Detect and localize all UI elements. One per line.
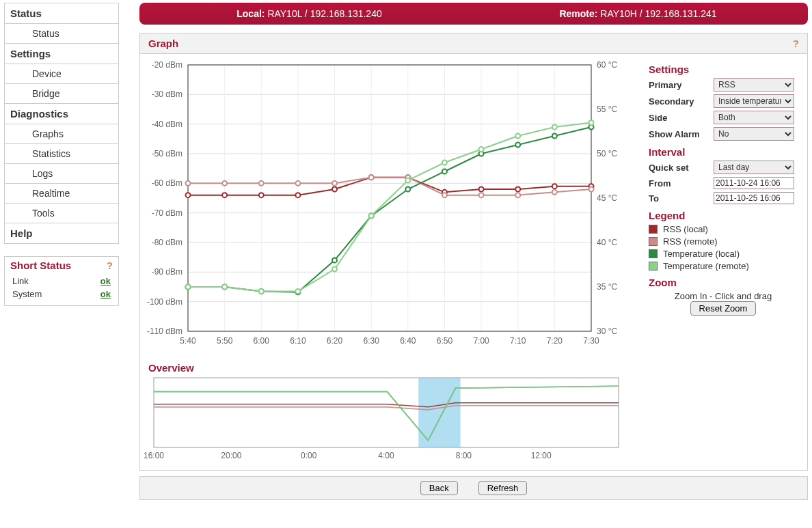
svg-point-80 bbox=[332, 258, 337, 263]
status-row-link: Link ok bbox=[12, 275, 111, 287]
svg-text:5:50: 5:50 bbox=[217, 336, 233, 346]
legend-swatch bbox=[649, 262, 658, 270]
svg-point-55 bbox=[295, 193, 300, 197]
to-input[interactable] bbox=[714, 192, 794, 204]
legend-swatch bbox=[649, 237, 658, 246]
refresh-button[interactable]: Refresh bbox=[478, 481, 528, 495]
svg-text:-70 dBm: -70 dBm bbox=[152, 208, 182, 218]
svg-rect-100 bbox=[154, 378, 619, 447]
main-chart[interactable]: -20 dBm-30 dBm-40 dBm-50 dBm-60 dBm-70 d… bbox=[140, 58, 632, 352]
svg-text:35 °C: 35 °C bbox=[597, 282, 617, 292]
menu-item-statistics[interactable]: Statistics bbox=[5, 144, 118, 164]
svg-point-52 bbox=[186, 193, 191, 197]
help-icon[interactable]: ? bbox=[793, 38, 799, 49]
svg-text:8:00: 8:00 bbox=[456, 451, 472, 460]
svg-text:12:00: 12:00 bbox=[531, 451, 552, 460]
local-value: RAY10L / 192.168.131.240 bbox=[267, 8, 381, 19]
legend-label: Temperature (remote) bbox=[663, 261, 749, 271]
svg-point-71 bbox=[442, 193, 447, 197]
svg-text:6:00: 6:00 bbox=[254, 336, 270, 346]
short-status-title: Short Status bbox=[10, 260, 71, 271]
svg-point-54 bbox=[259, 193, 264, 197]
svg-point-64 bbox=[186, 181, 191, 186]
svg-text:-20 dBm: -20 dBm bbox=[152, 60, 182, 70]
status-value-system[interactable]: ok bbox=[100, 289, 111, 299]
svg-text:-80 dBm: -80 dBm bbox=[152, 238, 182, 247]
to-label: To bbox=[649, 193, 714, 204]
menu-group-status[interactable]: Status bbox=[5, 3, 118, 24]
svg-text:6:20: 6:20 bbox=[327, 336, 343, 346]
primary-select[interactable]: RSS bbox=[714, 78, 794, 92]
menu-item-tools[interactable]: Tools bbox=[5, 204, 118, 223]
zoom-hint: Zoom In - Click and drag bbox=[649, 291, 798, 301]
svg-text:-50 dBm: -50 dBm bbox=[152, 149, 182, 158]
svg-point-74 bbox=[552, 190, 557, 195]
svg-point-89 bbox=[222, 285, 227, 290]
remote-label: Remote: bbox=[559, 8, 597, 19]
alarm-label: Show Alarm bbox=[649, 129, 714, 139]
svg-point-90 bbox=[259, 289, 264, 294]
reset-zoom-button[interactable]: Reset Zoom bbox=[690, 301, 757, 316]
help-icon[interactable]: ? bbox=[107, 260, 113, 271]
menu-group-diagnostics[interactable]: Diagnostics bbox=[5, 104, 118, 124]
svg-text:0:00: 0:00 bbox=[301, 451, 317, 460]
back-button[interactable]: Back bbox=[420, 481, 458, 495]
svg-point-83 bbox=[442, 169, 447, 174]
svg-text:45 °C: 45 °C bbox=[597, 193, 617, 203]
svg-point-60 bbox=[479, 187, 484, 192]
remote-value: RAY10H / 192.168.131.241 bbox=[600, 8, 716, 19]
nav-menu: Status Status Settings Device Bridge Dia… bbox=[4, 3, 119, 244]
svg-text:60 °C: 60 °C bbox=[597, 60, 617, 70]
svg-point-66 bbox=[259, 181, 264, 186]
primary-label: Primary bbox=[649, 80, 714, 90]
svg-text:30 °C: 30 °C bbox=[597, 326, 617, 336]
menu-item-graphs[interactable]: Graphs bbox=[5, 124, 118, 144]
local-label: Local: bbox=[236, 8, 265, 19]
svg-text:-30 dBm: -30 dBm bbox=[152, 89, 182, 99]
menu-item-logs[interactable]: Logs bbox=[5, 164, 118, 184]
menu-item-status[interactable]: Status bbox=[5, 24, 118, 44]
svg-point-73 bbox=[515, 193, 520, 197]
status-value-link[interactable]: ok bbox=[100, 276, 111, 286]
interval-title: Interval bbox=[649, 146, 798, 158]
svg-point-88 bbox=[186, 285, 191, 290]
graph-panel: Graph ? -20 dBm-30 dBm-40 dBm-50 dBm-60 … bbox=[139, 33, 808, 471]
legend-title: Legend bbox=[649, 210, 798, 221]
alarm-select[interactable]: No bbox=[714, 127, 794, 141]
menu-item-realtime[interactable]: Realtime bbox=[5, 184, 118, 204]
side-select[interactable]: Both bbox=[714, 111, 794, 124]
quickset-select[interactable]: Last day bbox=[714, 161, 794, 174]
secondary-select[interactable]: Inside temperature bbox=[714, 94, 794, 108]
svg-point-91 bbox=[295, 289, 300, 294]
legend-swatch bbox=[649, 249, 658, 258]
svg-point-56 bbox=[332, 187, 337, 192]
overview-chart[interactable]: 20:000:004:008:0012:0016:00 bbox=[140, 375, 632, 464]
svg-text:7:20: 7:20 bbox=[547, 336, 563, 346]
svg-point-65 bbox=[222, 181, 227, 186]
legend-label: RSS (remote) bbox=[663, 236, 717, 247]
svg-text:16:00: 16:00 bbox=[144, 451, 164, 460]
short-status-panel: Short Status ? Link ok System ok bbox=[4, 256, 119, 306]
svg-text:-110 dBm: -110 dBm bbox=[147, 326, 182, 336]
svg-point-61 bbox=[515, 187, 520, 192]
svg-text:5:40: 5:40 bbox=[180, 336, 196, 346]
from-label: From bbox=[649, 178, 714, 189]
svg-text:6:30: 6:30 bbox=[364, 336, 380, 346]
menu-item-device[interactable]: Device bbox=[5, 64, 118, 84]
legend-item: Temperature (local) bbox=[649, 249, 798, 259]
menu-item-bridge[interactable]: Bridge bbox=[5, 84, 118, 104]
menu-group-help[interactable]: Help bbox=[5, 223, 118, 243]
svg-text:-60 dBm: -60 dBm bbox=[152, 178, 182, 188]
svg-point-85 bbox=[515, 143, 520, 148]
svg-text:40 °C: 40 °C bbox=[597, 238, 617, 247]
svg-text:50 °C: 50 °C bbox=[597, 149, 617, 158]
from-input[interactable] bbox=[714, 177, 794, 189]
footer-bar: Back Refresh bbox=[139, 476, 808, 500]
svg-text:55 °C: 55 °C bbox=[597, 105, 617, 114]
svg-point-94 bbox=[405, 178, 410, 183]
menu-group-settings[interactable]: Settings bbox=[5, 44, 118, 64]
legend-item: RSS (local) bbox=[649, 224, 798, 234]
svg-text:7:10: 7:10 bbox=[510, 336, 526, 346]
svg-text:-40 dBm: -40 dBm bbox=[152, 120, 182, 129]
secondary-label: Secondary bbox=[649, 96, 714, 107]
